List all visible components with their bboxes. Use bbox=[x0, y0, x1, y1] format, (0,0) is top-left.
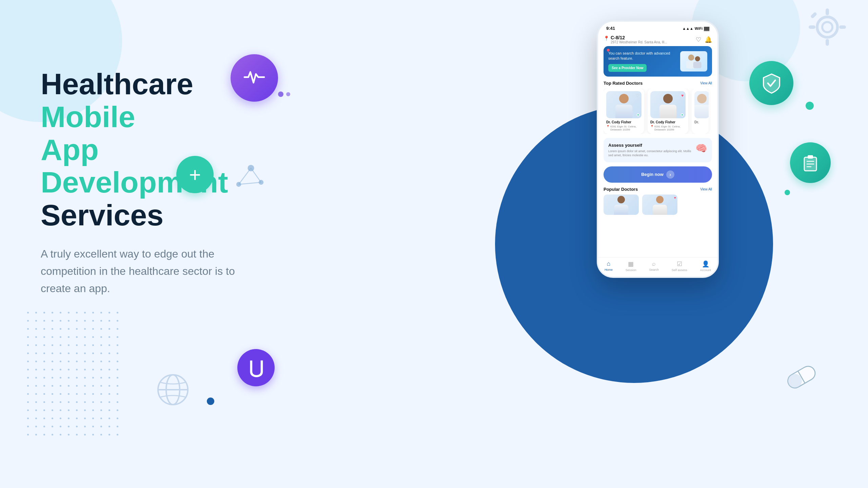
doctor-online-dot-1 bbox=[637, 114, 639, 116]
begin-btn-arrow: › bbox=[666, 170, 674, 179]
doctor-body-3 bbox=[694, 105, 709, 118]
doctor-name-3: Dr. bbox=[694, 120, 706, 124]
svg-rect-20 bbox=[826, 39, 829, 46]
assess-card: Assess yourself Lorem ipsum dolor sit am… bbox=[604, 138, 712, 162]
battery-icon: ▓▓ bbox=[704, 26, 709, 30]
bottom-navigation: ⌂ Home ▦ Session ⌕ Search ☑ Self assess … bbox=[598, 257, 717, 277]
location-pin-2: 📍 bbox=[650, 125, 654, 128]
location-pin-icon: 📍 bbox=[604, 36, 609, 41]
svg-point-17 bbox=[817, 17, 837, 37]
session-icon: ▦ bbox=[628, 260, 634, 268]
doctor-location-2: 📍 6391 Elgin St. Celina, Delaware 10299 bbox=[650, 125, 686, 131]
begin-now-button[interactable]: Begin now › bbox=[604, 166, 712, 183]
banner-description: You can search doctor with advanced sear… bbox=[608, 51, 677, 61]
doctor-head-3 bbox=[697, 94, 707, 103]
doctor-body-1 bbox=[615, 105, 632, 118]
popular-section-header: Popular Doctors View All bbox=[604, 187, 712, 192]
nav-item-self-assess[interactable]: ☑ Self assess bbox=[672, 260, 687, 272]
plus-icon-float: + bbox=[176, 156, 214, 193]
globe-icon-float bbox=[156, 373, 190, 407]
popular-head-1 bbox=[617, 196, 625, 203]
doctor-address-2: 6391 Elgin St. Celina, Delaware 10299 bbox=[654, 125, 686, 131]
heartbeat-dots bbox=[278, 92, 290, 97]
search-banner: You can search doctor with advanced sear… bbox=[604, 46, 712, 77]
doctor-card-img-1: ♡ bbox=[606, 91, 642, 118]
popular-view-all[interactable]: View All bbox=[700, 187, 712, 191]
home-label: Home bbox=[605, 268, 613, 271]
assess-title: Assess yourself bbox=[608, 143, 692, 148]
svg-point-26 bbox=[695, 56, 700, 61]
phone-status-bar: 9:41 ▲▲▲ WiFi ▓▓ bbox=[598, 22, 717, 32]
status-icons: ▲▲▲ WiFi ▓▓ bbox=[682, 26, 709, 30]
svg-rect-19 bbox=[826, 8, 829, 15]
svg-rect-22 bbox=[839, 25, 846, 29]
self-assess-label: Self assess bbox=[672, 268, 687, 272]
popular-heart-2[interactable]: ♥ bbox=[674, 196, 676, 200]
clipboard-icon-float bbox=[790, 142, 831, 183]
u-symbol: ⋃ bbox=[249, 358, 263, 378]
location-pin-1: 📍 bbox=[606, 125, 610, 128]
nav-item-search[interactable]: ⌕ Search bbox=[649, 260, 659, 272]
assess-text: Assess yourself Lorem ipsum dolor sit am… bbox=[608, 143, 692, 158]
status-time: 9:41 bbox=[606, 26, 615, 31]
nav-item-home[interactable]: ⌂ Home bbox=[605, 260, 613, 272]
wifi-icon: WiFi bbox=[695, 26, 703, 30]
doctor-card-img-3 bbox=[694, 91, 709, 118]
doctor-heart-1[interactable]: ♡ bbox=[636, 93, 639, 98]
home-icon: ⌂ bbox=[607, 260, 610, 267]
location-id: C-8/12 bbox=[611, 35, 667, 40]
phone-frame: 9:41 ▲▲▲ WiFi ▓▓ 📍 C-8/12 2972 Westheime… bbox=[597, 20, 719, 278]
svg-line-8 bbox=[239, 182, 261, 184]
dot-teal2-float bbox=[785, 190, 790, 195]
svg-line-7 bbox=[251, 168, 261, 182]
location-address: 2972 Westheimer Rd. Santa Ana, Ill... bbox=[611, 40, 667, 44]
shield-icon-float bbox=[749, 61, 793, 105]
nav-item-session[interactable]: ▦ Session bbox=[626, 260, 636, 272]
top-rated-section-header: Top Rated Doctors View All bbox=[604, 81, 712, 86]
subtext: A truly excellent way to edge out the co… bbox=[41, 245, 251, 298]
see-provider-button[interactable]: See a Provider Now bbox=[608, 64, 647, 72]
heart-icon[interactable]: ♡ bbox=[696, 36, 701, 43]
doctor-head-1 bbox=[619, 94, 629, 103]
headline-part4: Services bbox=[41, 198, 163, 232]
search-icon: ⌕ bbox=[652, 260, 656, 267]
top-rated-view-all[interactable]: View All bbox=[700, 81, 712, 85]
network-icon-float bbox=[231, 156, 271, 197]
phone-content: 📍 C-8/12 2972 Westheimer Rd. Santa Ana, … bbox=[598, 32, 717, 275]
popular-body-1 bbox=[614, 205, 628, 215]
top-rated-title: Top Rated Doctors bbox=[604, 81, 643, 86]
session-label: Session bbox=[626, 268, 636, 272]
top-rated-doctor-cards: ♡ Dr. Cody Fisher 📍 6391 Elgin St. Celin… bbox=[604, 88, 712, 134]
pill-icon-float bbox=[785, 363, 820, 393]
popular-heart-1[interactable]: ♡ bbox=[634, 196, 637, 200]
banner-image bbox=[680, 51, 707, 72]
location-text: C-8/12 2972 Westheimer Rd. Santa Ana, Il… bbox=[611, 35, 667, 44]
doctor-card-1: ♡ Dr. Cody Fisher 📍 6391 Elgin St. Celin… bbox=[604, 88, 644, 134]
location-bar: 📍 C-8/12 2972 Westheimer Rd. Santa Ana, … bbox=[604, 32, 712, 46]
nav-item-account[interactable]: 👤 Account bbox=[700, 260, 711, 272]
popular-card-1: ♡ bbox=[604, 195, 639, 215]
bell-icon[interactable]: 🔔 bbox=[705, 36, 712, 43]
headline-part2: Mobile bbox=[41, 100, 135, 134]
assess-description: Lorem ipsum dolor sit amet, consectetur … bbox=[608, 149, 692, 158]
svg-line-6 bbox=[239, 168, 251, 184]
svg-rect-23 bbox=[810, 12, 817, 19]
popular-body-2 bbox=[653, 205, 667, 215]
u-icon-float: ⋃ bbox=[237, 349, 275, 386]
banner-notification-dot bbox=[607, 49, 610, 52]
begin-btn-label: Begin now bbox=[641, 172, 664, 177]
popular-title: Popular Doctors bbox=[604, 187, 638, 192]
phone-mockup: 9:41 ▲▲▲ WiFi ▓▓ 📍 C-8/12 2972 Westheime… bbox=[597, 20, 719, 278]
popular-head-2 bbox=[656, 196, 664, 203]
brain-icon: 🧠 bbox=[695, 143, 707, 154]
location-action-icons: ♡ 🔔 bbox=[696, 36, 712, 43]
account-icon: 👤 bbox=[702, 260, 709, 268]
search-label: Search bbox=[649, 268, 659, 271]
signal-icon: ▲▲▲ bbox=[682, 26, 693, 30]
dot-teal-float bbox=[806, 102, 814, 110]
doctor-body-2 bbox=[659, 105, 676, 118]
svg-point-24 bbox=[688, 55, 694, 61]
doctor-heart-2[interactable]: ♥ bbox=[681, 93, 684, 98]
dot-pattern: // Will be generated by JS below bbox=[27, 312, 129, 447]
heartbeat-icon-float bbox=[231, 54, 278, 102]
